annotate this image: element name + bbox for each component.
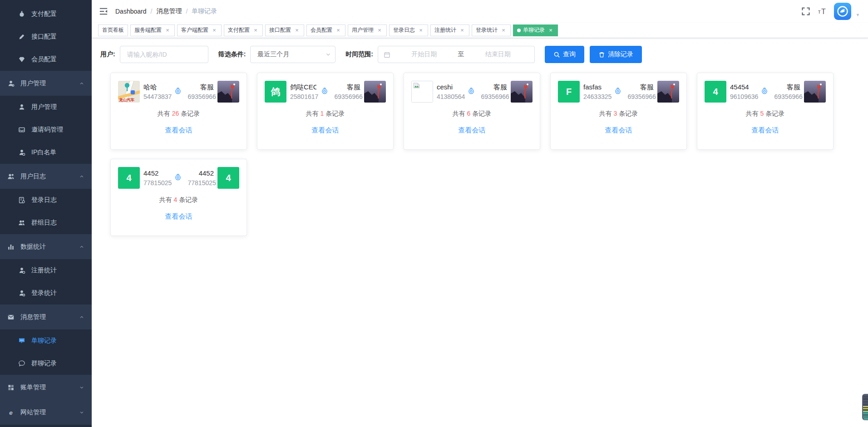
- chevron-down-icon[interactable]: ▼: [856, 13, 860, 20]
- chevron-down-icon: [325, 51, 331, 58]
- sidebar-item-label: 单聊记录: [31, 337, 57, 345]
- chat-record-card: 龙山汽车哈哈54473837客服69356966共有 26 条记录查看会话: [110, 73, 247, 150]
- user-search-input[interactable]: [120, 46, 208, 63]
- condition-filter-label: 筛选条件:: [218, 50, 246, 59]
- user-name: 哈哈: [143, 82, 170, 92]
- tab-2[interactable]: 服务端配置×: [130, 25, 175, 36]
- chat-icon: [18, 337, 25, 344]
- font-size-icon[interactable]: тT: [818, 7, 827, 16]
- sidebar-item-label: 数据统计: [20, 243, 46, 251]
- tab-close-icon[interactable]: ×: [164, 27, 171, 34]
- sidebar-item-ip-whitelist[interactable]: IP白名单: [0, 141, 92, 164]
- view-session-link[interactable]: 查看会话: [705, 126, 826, 135]
- chat-record-card: ceshi41380564客服69356966共有 6 条记录查看会话: [404, 73, 540, 150]
- sidebar-item-bill-manage-group[interactable]: 账单管理: [0, 375, 92, 400]
- tab-10[interactable]: 登录统计×: [472, 25, 511, 36]
- sidebar-item-invite-code-manage[interactable]: 邀请码管理: [0, 118, 92, 141]
- card-participants: 鸽鸽哒CEO25801617客服69356966: [265, 81, 386, 103]
- tags-view-bar: 首页看板服务端配置×客户端配置×支付配置×接口配置×会员配置×用户管理×登录日志…: [92, 23, 868, 38]
- sidebar-item-user-log-group[interactable]: 用户日志: [0, 164, 92, 189]
- sidebar-item-single-chat-record[interactable]: 单聊记录: [0, 329, 92, 352]
- sidebar-item-register-stat[interactable]: 注册统计: [0, 259, 92, 282]
- record-count-number: 3: [614, 110, 617, 117]
- search-button[interactable]: 查询: [545, 46, 584, 63]
- avatar-photo: [217, 81, 239, 103]
- tab-11[interactable]: 单聊记录×: [513, 25, 558, 36]
- tab-close-icon[interactable]: ×: [418, 27, 424, 34]
- tab-close-icon[interactable]: ×: [500, 27, 507, 34]
- sidebar-item-pay-config[interactable]: 支付配置: [0, 3, 92, 25]
- user-name: 45454: [730, 82, 756, 92]
- avatar: F: [558, 81, 580, 103]
- condition-select[interactable]: 最近三个月: [250, 46, 335, 63]
- filter-bar: 用户: 筛选条件: 最近三个月 时间范围: 开始日期 至 结束日期: [100, 46, 868, 63]
- sidebar-item-data-stat-group[interactable]: 数据统计: [0, 234, 92, 259]
- sidebar-item-group-chat-record[interactable]: 群聊记录: [0, 352, 92, 375]
- sidebar-item-group-log[interactable]: 群组日志: [0, 211, 92, 234]
- hamburger-icon[interactable]: [99, 7, 108, 16]
- breadcrumb-separator: /: [151, 8, 153, 15]
- calendar-icon: [384, 51, 390, 58]
- fullscreen-icon[interactable]: [801, 7, 810, 16]
- tab-close-icon[interactable]: ×: [376, 27, 383, 34]
- breadcrumb-item[interactable]: Dashboard: [115, 8, 147, 15]
- tab-close-icon[interactable]: ×: [459, 27, 465, 34]
- breadcrumb-item[interactable]: 消息管理: [156, 7, 182, 15]
- sidebar-item-api-config[interactable]: 接口配置: [0, 25, 92, 48]
- tab-6[interactable]: 会员配置×: [306, 25, 345, 36]
- end-date-placeholder[interactable]: 结束日期: [467, 50, 529, 59]
- sidebar-item-label: 账单管理: [20, 383, 46, 392]
- view-session-link[interactable]: 查看会话: [118, 126, 239, 135]
- sidebar-item-message-manage-group[interactable]: 消息管理: [0, 304, 92, 329]
- tab-1[interactable]: 首页看板: [98, 25, 128, 36]
- tab-4[interactable]: 支付配置×: [224, 25, 263, 36]
- card-participants: ceshi41380564客服69356966: [411, 81, 533, 103]
- peer-id: 69356966: [481, 92, 508, 101]
- avatar-photo: [657, 81, 679, 103]
- chat-record-card: 44452778150254452778150254共有 4 条记录查看会话: [110, 159, 247, 236]
- user-id: 54473837: [143, 92, 170, 101]
- view-session-link[interactable]: 查看会话: [411, 126, 533, 135]
- svg-text:龙山汽车: 龙山汽车: [118, 98, 135, 102]
- peer-id: 69356966: [188, 92, 214, 101]
- sidebar-item-label: 消息管理: [20, 313, 46, 321]
- chevron-down-icon: [79, 410, 84, 415]
- sidebar-item-member-config[interactable]: 会员配置: [0, 48, 92, 71]
- tab-close-icon[interactable]: ×: [252, 27, 259, 34]
- sidebar-item-login-stat[interactable]: 登录统计: [0, 282, 92, 304]
- date-range-picker[interactable]: 开始日期 至 结束日期: [378, 46, 535, 63]
- record-count: 共有 6 条记录: [411, 110, 533, 118]
- tab-5[interactable]: 接口配置×: [265, 25, 304, 36]
- tab-label: 客户端配置: [181, 26, 208, 34]
- main-area: Dashboard/消息管理/单聊记录 тT ▼ 首页看板服务端配置×客户: [92, 0, 868, 427]
- view-session-link[interactable]: 查看会话: [558, 126, 679, 135]
- sidebar-item-website-manage-group[interactable]: e网站管理: [0, 400, 92, 425]
- sidebar-item-label: IP白名单: [31, 148, 56, 157]
- user-name: fasfas: [583, 82, 610, 92]
- avatar-photo: [804, 81, 826, 103]
- sidebar-item-user-manage[interactable]: 用户管理: [0, 96, 92, 118]
- sidebar-item-login-log[interactable]: 登录日志: [0, 189, 92, 211]
- sidebar-item-label: 登录统计: [31, 289, 57, 297]
- sidebar-menu: 支付配置接口配置会员配置用户管理用户管理邀请码管理IP白名单用户日志登录日志群组…: [0, 3, 92, 425]
- card-participants: 44545496109636客服69356966: [705, 81, 826, 103]
- tab-close-icon[interactable]: ×: [547, 27, 554, 34]
- view-session-link[interactable]: 查看会话: [118, 212, 239, 221]
- clear-records-button[interactable]: 清除记录: [590, 46, 642, 63]
- tab-close-icon[interactable]: ×: [335, 27, 341, 34]
- sidebar-item-user-manage-group[interactable]: 用户管理: [0, 71, 92, 96]
- tab-9[interactable]: 注册统计×: [430, 25, 469, 36]
- start-date-placeholder[interactable]: 开始日期: [393, 50, 455, 59]
- view-session-link[interactable]: 查看会话: [265, 126, 386, 135]
- tab-8[interactable]: 登录日志×: [389, 25, 428, 36]
- tab-close-icon[interactable]: ×: [211, 27, 217, 34]
- user-icon: [18, 103, 25, 111]
- app-avatar[interactable]: [834, 3, 851, 20]
- record-count-number: 4: [174, 196, 178, 203]
- tab-3[interactable]: 客户端配置×: [177, 25, 222, 36]
- sidebar: 支付配置接口配置会员配置用户管理用户管理邀请码管理IP白名单用户日志登录日志群组…: [0, 0, 92, 427]
- sidebar-item-label: 注册统计: [31, 266, 57, 275]
- tab-7[interactable]: 用户管理×: [348, 25, 387, 36]
- tab-close-icon[interactable]: ×: [294, 27, 300, 34]
- record-count: 共有 5 条记录: [705, 110, 826, 118]
